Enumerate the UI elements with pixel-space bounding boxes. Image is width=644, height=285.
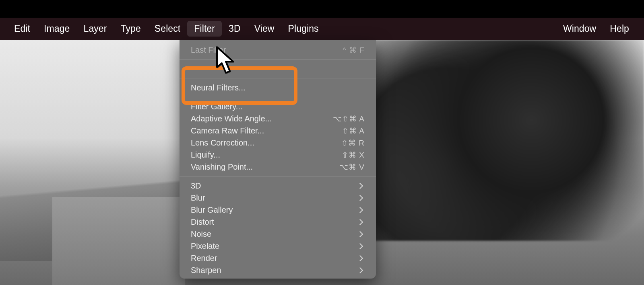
menu-filter[interactable]: Filter	[187, 21, 222, 37]
menu-separator	[180, 97, 376, 97]
menu-item-label: Neural Filters...	[191, 83, 246, 92]
menu-item-label: Blur	[191, 193, 205, 203]
menu-type[interactable]: Type	[114, 21, 148, 37]
menu-item-shortcut: ⌥⌘ V	[339, 162, 365, 172]
chevron-right-icon	[357, 255, 363, 261]
menu-item-shortcut: ^ ⌘ F	[343, 45, 365, 55]
menu-item-pixelate[interactable]: Pixelate	[180, 240, 376, 252]
menu-item-shortcut: ⇧⌘ X	[342, 150, 365, 160]
menu-item-label: Camera Raw Filter...	[191, 126, 264, 135]
menu-item-blur[interactable]: Blur	[180, 192, 376, 204]
menu-item-shortcut: ⇧⌘ R	[341, 138, 365, 148]
menu-item-label: Render	[191, 254, 217, 263]
menu-item-label: Last Filter	[191, 45, 226, 55]
menu-item-noise[interactable]: Noise	[180, 228, 376, 240]
menu-separator	[180, 176, 376, 176]
chevron-right-icon	[357, 243, 363, 249]
menu-plugins[interactable]: Plugins	[281, 21, 326, 37]
menu-item-label: Adaptive Wide Angle...	[191, 114, 272, 123]
menu-view[interactable]: View	[248, 21, 281, 37]
menu-item-blur-gallery[interactable]: Blur Gallery	[180, 204, 376, 216]
chevron-right-icon	[357, 267, 363, 273]
menu-edit[interactable]: Edit	[7, 21, 37, 37]
menu-item-label: Vanishing Point...	[191, 162, 253, 172]
chevron-right-icon	[357, 195, 363, 201]
menu-item-shortcut: ⇧⌘ A	[342, 126, 365, 135]
menu-3d[interactable]: 3D	[222, 21, 248, 37]
menu-layer[interactable]: Layer	[76, 21, 114, 37]
menu-item-liquify[interactable]: Liquify... ⇧⌘ X	[180, 149, 376, 161]
menu-item-3d[interactable]: 3D	[180, 180, 376, 192]
menu-item-label: 3D	[191, 181, 201, 191]
menu-item-camera-raw-filter[interactable]: Camera Raw Filter... ⇧⌘ A	[180, 125, 376, 137]
menu-item-neural-filters[interactable]: Neural Filters...	[180, 82, 376, 94]
menu-item-shortcut: ⌥⇧⌘ A	[333, 114, 365, 123]
menu-item-label: Lens Correction...	[191, 138, 254, 148]
menu-item-adaptive-wide-angle[interactable]: Adaptive Wide Angle... ⌥⇧⌘ A	[180, 113, 376, 125]
canvas-bg-building	[52, 197, 185, 285]
menu-item-render[interactable]: Render	[180, 252, 376, 264]
menu-item-label: Pixelate	[191, 242, 219, 251]
menu-item-label: Noise	[191, 230, 211, 239]
menu-item-label: Sharpen	[191, 266, 221, 275]
chevron-right-icon	[357, 207, 363, 213]
menu-separator	[180, 59, 376, 59]
chevron-right-icon	[357, 182, 363, 189]
menu-item-vanishing-point[interactable]: Vanishing Point... ⌥⌘ V	[180, 161, 376, 173]
canvas-bg-foliage	[362, 40, 644, 241]
window-titlebar-blackband	[0, 0, 644, 18]
menu-item-label: Distort	[191, 217, 214, 227]
menu-image[interactable]: Image	[37, 21, 76, 37]
menu-item-filter-gallery[interactable]: Filter Gallery...	[180, 100, 376, 113]
menu-window[interactable]: Window	[556, 21, 603, 37]
menu-item-distort[interactable]: Distort	[180, 216, 376, 228]
app-menubar: Edit Image Layer Type Select Filter 3D V…	[0, 18, 644, 40]
menu-help[interactable]: Help	[603, 21, 636, 37]
menu-item-label: Blur Gallery	[191, 205, 233, 215]
menu-item-lens-correction[interactable]: Lens Correction... ⇧⌘ R	[180, 137, 376, 149]
menu-item-last-filter: Last Filter ^ ⌘ F	[180, 44, 376, 56]
chevron-right-icon	[357, 231, 363, 237]
filter-dropdown-menu: Last Filter ^ ⌘ F Neural Filters... Filt…	[180, 40, 376, 279]
menu-separator	[180, 78, 376, 78]
menu-item-label: Filter Gallery...	[191, 102, 243, 111]
menu-item-label: Liquify...	[191, 150, 220, 160]
chevron-right-icon	[357, 219, 363, 225]
menu-select[interactable]: Select	[148, 21, 188, 37]
menu-item-sharpen[interactable]: Sharpen	[180, 264, 376, 276]
